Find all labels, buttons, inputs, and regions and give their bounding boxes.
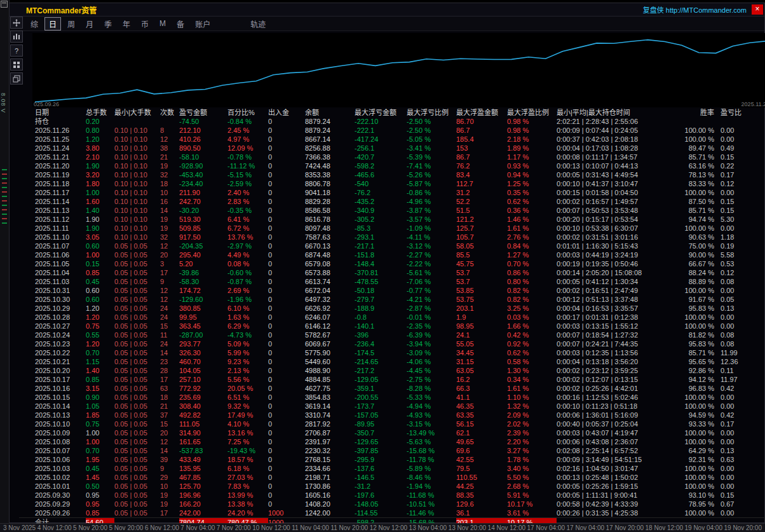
menu-tab-季[interactable]: 季 [100,17,116,31]
table-row[interactable]: 2025.11.212.100.10 | 0.1021-58.10-0.78 %… [19,153,765,161]
column-header[interactable]: 最大浮盈金额 [456,108,507,117]
column-header[interactable]: 胜率 [681,108,721,117]
table-cell: 100.00 % [681,393,721,402]
close-button[interactable]: × [752,4,763,15]
table-cell: 15 [160,419,179,428]
table-cell: 2025.10.09 [35,428,86,437]
menu-tab-年[interactable]: 年 [118,17,135,31]
table-row[interactable]: 2025.09.260.850.05 | 0.0517242.0024.20 %… [19,508,765,517]
table-row[interactable]: 2025.10.231.200.05 | 0.0524293.775.09 %0… [19,339,765,348]
column-header[interactable]: 出入金 [268,108,305,117]
table-cell: 0.05 | 0.05 [114,286,160,295]
table-row[interactable]: 2025.11.070.600.05 | 0.0512-204.35-2.97 … [19,242,765,250]
column-header[interactable]: 百分比% [227,108,268,117]
grid-icon[interactable] [10,58,23,71]
table-row[interactable]: 2025.11.030.450.05 | 0.059-58.30-0.87 %0… [19,277,765,286]
table-row[interactable]: 2025.10.091.000.05 | 0.0520314.9013.16 %… [19,428,765,437]
table-row[interactable]: 2025.10.070.700.05 | 0.0514-537.83-19.43… [19,446,765,455]
table-cell: 2.69 % [227,286,268,295]
table-row[interactable]: 2025.10.150.900.05 | 0.0518235.696.51 %0… [19,393,765,402]
move-icon[interactable] [10,17,23,29]
menu-tab-币[interactable]: 币 [137,17,153,31]
table-row[interactable]: 2025.10.163.150.05 | 0.0563772.9220.05 %… [19,384,765,393]
menu-tab-M[interactable]: M [155,18,170,29]
table-row[interactable]: 2025.11.171.000.10 | 0.1010211.902.40 %0… [19,188,765,197]
table-row[interactable]: 2025.11.050.150.05 | 0.0535.200.08 %0657… [19,259,765,268]
title-bar[interactable]: MTCommander资管 复盘侠 http://MTCommander.com… [10,3,764,17]
column-header[interactable]: 盈亏比 [721,108,755,117]
time-axis[interactable]: 3 Nov 20254 Nov 12:005 Nov 20:005 Nov 20… [0,523,765,532]
table-row[interactable]: 2025.11.260.800.10 | 0.108212.102.45 %08… [19,126,765,135]
table-row[interactable]: 2025.10.201.400.05 | 0.0528104.052.13 %0… [19,366,765,375]
menu-tab-月[interactable]: 月 [81,17,98,31]
table-row[interactable]: 2025.10.010.500.05 | 0.0510125.707.83 %0… [19,482,765,491]
terminal-window-icon[interactable] [1,1,8,8]
column-header[interactable]: 最小|平均|最大持仓时间 [557,108,681,117]
table-cell: -5.15 % [227,170,268,179]
table-cell: 0.93 % [507,161,557,170]
table-cell: 21 [160,402,179,411]
menu-tab-备[interactable]: 备 [172,17,189,31]
table-row[interactable]: 2025.10.021.450.05 | 0.0529467.8527.03 %… [19,473,765,482]
table-row[interactable]: 2025.11.040.850.05 | 0.0517-39.86-0.60 %… [19,268,765,277]
table-cell: 380.85 [179,304,227,313]
table-cell: 83.33 % [681,179,721,188]
column-header[interactable]: 最大浮亏金额 [355,108,407,117]
table-row[interactable]: 2025.11.111.900.10 | 0.1019509.856.72 %0… [19,224,765,233]
column-header[interactable]: 最大浮亏比例 [407,108,456,117]
brand-link[interactable]: 复盘侠 http://MTCommander.com [643,4,747,15]
table-row[interactable]: 2025.11.243.800.10 | 0.1038890.5012.09 %… [19,144,765,153]
table-row[interactable]: 2025.11.181.800.10 | 0.1018-234.40-2.59 … [19,179,765,188]
table-row[interactable]: 2025.10.061.950.05 | 0.0539433.4918.57 %… [19,455,765,464]
table-row[interactable]: 2025.10.310.600.05 | 0.0512174.722.69 %0… [19,286,765,295]
column-header[interactable]: 余额 [305,108,355,117]
menu-tab-周[interactable]: 周 [63,17,79,31]
help-icon[interactable]: ? [10,44,23,57]
table-row[interactable]: 2025.11.251.200.10 | 0.1012410.264.97 %0… [19,135,765,144]
table-row[interactable]: 2025.10.300.600.05 | 0.0512-129.60-1.96 … [19,295,765,304]
table-row[interactable]: 2025.10.131.850.05 | 0.0537492.8217.49 %… [19,411,765,419]
table-row[interactable]: 2025.09.300.950.05 | 0.0519196.9613.99 %… [19,491,765,500]
column-header[interactable]: 次数 [160,108,179,117]
table-cell: 14 [160,446,179,455]
table-row[interactable]: 2025.10.291.200.05 | 0.0524380.856.10 %0… [19,304,765,313]
column-header[interactable]: 总手数 [86,108,114,117]
table-row[interactable]: 2025.11.201.900.10 | 0.1019-928.90-11.12… [19,161,765,170]
table-row[interactable]: 2025.10.081.000.05 | 0.0512161.657.25 %0… [19,437,765,446]
table-row[interactable]: 2025.10.030.450.05 | 0.059135.956.18 %02… [19,464,765,473]
table-row[interactable]: 2025.10.270.750.05 | 0.0515363.456.29 %0… [19,322,765,331]
candlestick-chart-icon[interactable] [10,31,23,43]
table-row[interactable]: 2025.11.061.000.05 | 0.0520295.404.49 %0… [19,250,765,259]
column-header[interactable]: 最小|大手数 [114,108,160,117]
table-cell: 1.00 [86,250,114,259]
table-row[interactable]: 2025.11.131.400.10 | 0.1014-30.20-0.35 %… [19,206,765,215]
menu-tab-日[interactable]: 日 [44,17,61,31]
table-row[interactable]: 2025.10.170.850.05 | 0.0517257.105.56 %0… [19,375,765,384]
table-row[interactable]: 2025.10.211.150.05 | 0.0523460.709.23 %0… [19,357,765,366]
table-cell: 16 [160,197,179,206]
table-cell: -537.83 [179,446,227,455]
menu-tab-账户[interactable]: 账户 [191,17,215,31]
table-cell: 0.08 % [227,259,268,268]
menu-tab-综[interactable]: 综 [26,17,43,31]
table-row[interactable]: 2025.10.220.700.05 | 0.0514326.305.99 %0… [19,348,765,357]
table-row[interactable]: 2025.10.240.550.05 | 0.0511-287.00-4.73 … [19,331,765,339]
table-cell: 85.5 [456,250,507,259]
column-header[interactable]: 最大浮盈比例 [507,108,557,117]
table-row[interactable]: 2025.10.281.200.05 | 0.052499.951.63 %06… [19,313,765,322]
table-row[interactable]: 2025.11.103.050.10 | 0.1032917.5013.76 %… [19,233,765,242]
table-cell: 31.15 [456,357,507,366]
column-header[interactable]: 日期 [35,108,86,117]
column-header[interactable]: 盈亏金额 [179,108,227,117]
equity-chart[interactable]: 025.09.26 2025.11.26 [32,33,765,107]
table-row[interactable]: 2025.11.121.900.10 | 0.1019519.306.41 %0… [19,215,765,224]
restore-window-icon[interactable] [10,72,23,85]
menu-tab-轨迹[interactable]: 轨迹 [246,17,270,31]
table-row[interactable]: 2025.10.141.050.05 | 0.0521308.409.32 %0… [19,402,765,411]
table-row[interactable]: 2025.10.100.750.05 | 0.0515111.054.10 %0… [19,419,765,428]
table-row[interactable]: 持仓0.20-74.50-0.84 %08879.24-222.10-2.50 … [19,117,765,126]
table-cell: 0.22 [721,161,755,170]
table-row[interactable]: 2025.11.193.200.10 | 0.1032-453.40-5.15 … [19,170,765,179]
table-row[interactable]: 2025.09.290.950.05 | 0.0519166.2013.38 %… [19,500,765,508]
table-row[interactable]: 2025.11.141.600.10 | 0.1016242.702.83 %0… [19,197,765,206]
